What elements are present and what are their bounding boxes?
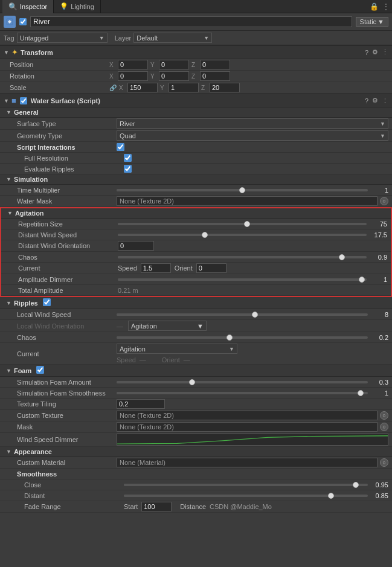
custom-texture-select-btn[interactable]: ○ [380, 411, 388, 420]
repetition-size-slider[interactable] [118, 223, 367, 225]
smoothness-label: Smoothness [17, 470, 117, 478]
current-orient-input[interactable] [196, 263, 227, 273]
inspector-scroll: Static ▼ Tag Untagged ▼ Layer Default ▼ … [0, 13, 392, 567]
ripples-speed-label: Speed [117, 356, 136, 364]
ripples-foldout[interactable]: ▼ [6, 300, 11, 306]
ripples-chaos-slider[interactable] [117, 336, 368, 339]
scale-y-input[interactable] [169, 83, 199, 92]
smoothness-close-slider[interactable] [124, 484, 368, 486]
smoothness-distant-slider[interactable] [124, 495, 368, 497]
more-icon[interactable]: ⋮ [382, 2, 390, 11]
texture-tiling-value [117, 399, 388, 409]
static-button[interactable]: Static ▼ [356, 17, 388, 27]
ripples-orient-label: Orient [162, 356, 180, 364]
agitation-foldout[interactable]: ▼ [7, 210, 13, 216]
position-y-input[interactable] [159, 60, 189, 69]
geometry-type-text: Quad [120, 132, 136, 139]
object-name-input[interactable] [30, 16, 352, 27]
tag-dropdown[interactable]: Untagged ▼ [17, 33, 108, 43]
general-foldout[interactable]: ▼ [6, 109, 11, 115]
local-wind-speed-value: 8 [117, 311, 388, 318]
sim-foam-smoothness-slider[interactable] [117, 392, 368, 394]
sim-foam-amount-slider[interactable] [117, 381, 368, 383]
smoothness-distant-row: Distant 0.85 [0, 490, 392, 501]
water-mask-row: Water Mask None (Texture 2D) ○ [0, 196, 392, 207]
appearance-foldout[interactable]: ▼ [6, 449, 11, 455]
foam-mask-field[interactable]: None (Texture 2D) [117, 422, 378, 432]
evaluate-ripples-checkbox[interactable] [124, 165, 132, 173]
distant-wind-orientation-input[interactable] [118, 241, 154, 251]
position-value: X Y Z [109, 60, 388, 69]
layer-dropdown[interactable]: Default ▼ [133, 33, 212, 43]
rotation-x-input[interactable] [118, 71, 148, 81]
local-wind-speed-slider[interactable] [117, 313, 368, 316]
foam-checkbox[interactable] [36, 366, 44, 374]
foam-mask-select-btn[interactable]: ○ [380, 423, 388, 431]
custom-material-select-btn[interactable]: ○ [380, 458, 388, 467]
local-wind-orientation-badge[interactable]: Agitation ▼ [128, 321, 207, 331]
transform-menu-icon[interactable]: ⋮ [382, 48, 388, 56]
surface-type-label: Surface Type [17, 120, 117, 127]
water-surface-checkbox[interactable] [20, 97, 27, 104]
sim-foam-amount-value: 0.3 [117, 379, 388, 386]
total-amplitude-row: Total Amplitude 0.21 m [1, 285, 391, 296]
water-mask-select-btn[interactable]: ○ [380, 197, 388, 205]
pos-y-label: Y [150, 62, 156, 68]
tab-inspector[interactable]: 🔍 Inspector [2, 0, 54, 13]
amplitude-dimmer-slider[interactable] [118, 278, 367, 281]
surface-type-dropdown[interactable]: River ▼ [117, 118, 388, 129]
scale-x-input[interactable] [127, 83, 158, 92]
agitation-chaos-slider[interactable] [118, 256, 367, 258]
texture-tiling-input[interactable] [117, 399, 165, 409]
smoothness-close-display: 0.95 [370, 481, 388, 489]
full-resolution-checkbox[interactable] [124, 154, 132, 162]
position-z-input[interactable] [200, 60, 230, 69]
rotation-z-input[interactable] [200, 71, 230, 81]
transform-section-header: ▼ ✦ Transform ? ⚙ ⋮ [0, 45, 392, 59]
script-interactions-checkbox[interactable] [117, 143, 124, 151]
ripples-current-dropdown[interactable]: Agitation ▼ [117, 344, 237, 354]
ripples-current-row: Current Agitation ▼ Speed — Orient — [0, 343, 392, 365]
rotation-y-input[interactable] [159, 71, 189, 81]
foam-foldout[interactable]: ▼ [6, 368, 11, 374]
position-x-input[interactable] [118, 60, 148, 69]
water-settings-icon[interactable]: ⚙ [372, 97, 378, 104]
geometry-type-value: Quad ▼ [117, 130, 388, 141]
custom-texture-field[interactable]: None (Texture 2D) [117, 411, 378, 420]
rotation-row: Rotation X Y Z [0, 71, 392, 82]
distant-wind-speed-slider[interactable] [118, 234, 367, 236]
evaluate-ripples-value [124, 165, 388, 173]
amplitude-dimmer-label: Amplitude Dimmer [18, 276, 118, 283]
fade-range-row: Fade Range Start Distance CSDN @Maddie_M… [0, 501, 392, 513]
object-active-checkbox[interactable] [19, 18, 27, 25]
transform-help-icon[interactable]: ? [365, 49, 368, 56]
lock-icon[interactable]: 🔒 [370, 2, 379, 11]
ripples-checkbox[interactable] [43, 298, 51, 306]
distant-wind-speed-display: 17.5 [369, 231, 387, 239]
evaluate-ripples-row: Evaluate Ripples [0, 164, 392, 175]
tab-lighting[interactable]: 💡 Lighting [54, 0, 101, 13]
ripples-current-label: Current [17, 350, 117, 357]
water-surface-foldout[interactable]: ▼ [4, 98, 9, 104]
simulation-foldout[interactable]: ▼ [6, 176, 11, 182]
time-multiplier-slider[interactable] [117, 189, 368, 191]
geometry-type-row: Geometry Type Quad ▼ [0, 130, 392, 142]
geometry-type-dropdown[interactable]: Quad ▼ [117, 130, 388, 141]
simulation-section-header: ▼ Simulation [0, 175, 392, 185]
amplitude-dimmer-display: 1 [369, 276, 387, 283]
repetition-size-display: 75 [369, 220, 387, 228]
custom-material-field[interactable]: None (Material) [117, 458, 378, 467]
transform-foldout[interactable]: ▼ [4, 50, 9, 56]
smoothness-close-label: Close [24, 481, 124, 489]
fade-start-input[interactable] [141, 502, 172, 511]
wind-speed-dimmer-chart[interactable] [117, 434, 388, 446]
scale-z-input[interactable] [210, 83, 240, 92]
transform-settings-icon[interactable]: ⚙ [372, 48, 378, 56]
surface-type-value: River ▼ [117, 118, 388, 129]
water-menu-icon[interactable]: ⋮ [382, 97, 388, 104]
water-mask-field[interactable]: None (Texture 2D) [117, 196, 378, 206]
local-wind-speed-row: Local Wind Speed 8 [0, 309, 392, 320]
current-speed-input[interactable] [141, 263, 171, 273]
total-amplitude-label: Total Amplitude [18, 287, 118, 294]
water-help-icon[interactable]: ? [365, 97, 368, 104]
